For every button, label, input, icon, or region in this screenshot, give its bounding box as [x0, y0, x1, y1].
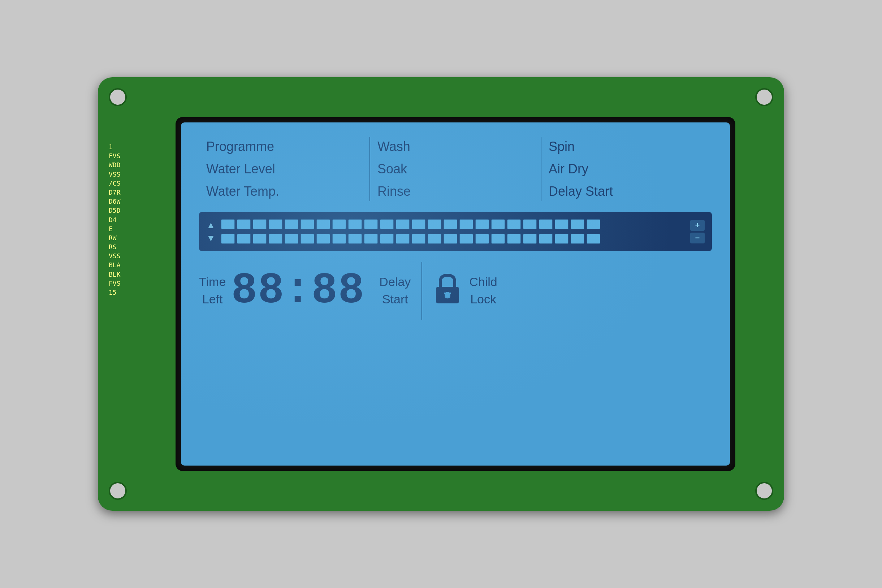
progress-bars-container — [221, 219, 685, 244]
progress-segment-top-0 — [221, 219, 235, 230]
pin-label-1: FVS — [109, 152, 121, 160]
progress-segment-bottom-16 — [475, 234, 489, 244]
lcd-outer: Programme Water Level Water Temp. Wash S… — [176, 117, 735, 471]
progress-segment-top-1 — [237, 219, 250, 230]
progress-segment-bottom-13 — [428, 234, 441, 244]
progress-segment-top-20 — [539, 219, 553, 230]
mount-hole-tr — [755, 88, 773, 106]
pin-label-4: /CS — [109, 179, 121, 188]
progress-segment-bottom-21 — [555, 234, 568, 244]
pin-label-3: VSS — [109, 170, 121, 179]
progress-segment-bottom-20 — [539, 234, 553, 244]
progress-segment-top-10 — [380, 219, 394, 230]
progress-segment-top-3 — [269, 219, 282, 230]
delay-start-label: Delay Start — [379, 273, 411, 308]
pin-label-15: FVS — [109, 279, 121, 288]
pin-label-2: WDD — [109, 160, 121, 170]
label-delay-start-top: Delay Start — [549, 182, 705, 201]
child-lock-group: Child Lock — [433, 272, 497, 309]
progress-segment-bottom-17 — [491, 234, 505, 244]
progress-segment-bottom-15 — [459, 234, 473, 244]
progress-segment-top-7 — [332, 219, 346, 230]
pin-label-8: D4 — [109, 215, 121, 224]
progress-segment-bottom-3 — [269, 234, 282, 244]
label-water-level: Water Level — [206, 159, 362, 179]
progress-segment-top-22 — [571, 219, 584, 230]
progress-segment-top-2 — [253, 219, 267, 230]
progress-segment-top-4 — [285, 219, 298, 230]
pin-label-16: 15 — [109, 288, 121, 297]
progress-segment-top-17 — [491, 219, 505, 230]
progress-segment-bottom-5 — [300, 234, 314, 244]
pin-label-0: 1 — [109, 142, 121, 152]
progress-segment-bottom-2 — [253, 234, 267, 244]
progress-segment-top-21 — [555, 219, 568, 230]
progress-segment-top-8 — [348, 219, 362, 230]
time-display: 88:88 — [231, 269, 365, 312]
lcd-column-1: Programme Water Level Water Temp. — [199, 137, 370, 201]
progress-controls: + − — [690, 220, 705, 243]
label-spin: Spin — [549, 137, 705, 156]
lcd-column-3: Spin Air Dry Delay Start — [542, 137, 712, 201]
svg-point-3 — [449, 292, 451, 294]
lcd-column-2: Wash Soak Rinse — [370, 137, 542, 201]
progress-segment-top-15 — [459, 219, 473, 230]
lock-icon — [433, 272, 462, 309]
progress-segment-bottom-19 — [523, 234, 537, 244]
progress-segment-bottom-7 — [332, 234, 346, 244]
lcd-status-section: Time Left 88:88 Delay Start — [199, 262, 712, 320]
progress-segment-bottom-22 — [571, 234, 584, 244]
pin-labels: 1FVSWDDVSS/CSD7RD6WD5DD4ERWRSVSSBLABLKFV… — [109, 142, 121, 297]
progress-segment-bottom-9 — [364, 234, 378, 244]
progress-segment-bottom-1 — [237, 234, 250, 244]
progress-segment-top-14 — [444, 219, 457, 230]
label-wash: Wash — [377, 137, 534, 156]
time-left-label: Time Left — [199, 273, 226, 308]
progress-segment-top-23 — [586, 219, 600, 230]
lcd-screen: Programme Water Level Water Temp. Wash S… — [181, 123, 730, 465]
pin-label-7: D5D — [109, 206, 121, 215]
mount-hole-br — [755, 482, 773, 500]
progress-bar-top — [221, 219, 685, 230]
label-rinse: Rinse — [377, 182, 534, 201]
progress-segment-bottom-10 — [380, 234, 394, 244]
progress-segment-bottom-6 — [316, 234, 330, 244]
progress-segment-top-6 — [316, 219, 330, 230]
progress-segment-bottom-4 — [285, 234, 298, 244]
time-left-group: Time Left 88:88 — [199, 269, 365, 312]
label-air-dry: Air Dry — [549, 159, 705, 179]
progress-arrows: ▲ ▼ — [206, 220, 216, 244]
delay-start-group: Delay Start — [372, 273, 411, 308]
plus-button[interactable]: + — [690, 220, 705, 231]
svg-point-2 — [444, 292, 446, 294]
progress-segment-bottom-11 — [396, 234, 410, 244]
mount-hole-bl — [109, 482, 127, 500]
progress-segment-top-18 — [507, 219, 521, 230]
progress-bar-bottom — [221, 234, 685, 244]
progress-segment-bottom-8 — [348, 234, 362, 244]
status-divider — [422, 262, 422, 320]
pin-label-6: D6W — [109, 197, 121, 206]
pcb-board: 1FVSWDDVSS/CSD7RD6WD5DD4ERWRSVSSBLABLKFV… — [98, 77, 784, 511]
progress-segment-bottom-18 — [507, 234, 521, 244]
arrow-down-icon: ▼ — [206, 232, 216, 244]
label-soak: Soak — [377, 159, 534, 179]
pin-label-9: E — [109, 224, 121, 233]
progress-segment-bottom-23 — [586, 234, 600, 244]
progress-segment-bottom-0 — [221, 234, 235, 244]
progress-segment-top-19 — [523, 219, 537, 230]
progress-segment-top-16 — [475, 219, 489, 230]
mount-hole-tl — [109, 88, 127, 106]
progress-segment-bottom-14 — [444, 234, 457, 244]
lcd-labels-section: Programme Water Level Water Temp. Wash S… — [199, 137, 712, 201]
pin-label-5: D7R — [109, 188, 121, 197]
pin-label-12: VSS — [109, 251, 121, 260]
progress-segment-top-11 — [396, 219, 410, 230]
minus-button[interactable]: − — [690, 232, 705, 243]
progress-segment-top-5 — [300, 219, 314, 230]
progress-segment-top-12 — [412, 219, 426, 230]
label-water-temp: Water Temp. — [206, 182, 362, 201]
progress-segment-bottom-12 — [412, 234, 426, 244]
pin-label-11: RS — [109, 242, 121, 251]
progress-segment-top-13 — [428, 219, 441, 230]
